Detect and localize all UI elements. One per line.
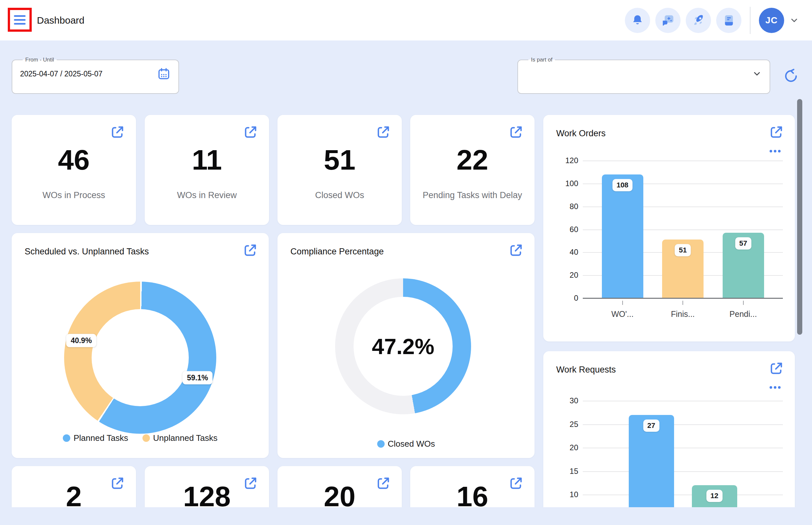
chart-legend: Closed WOs xyxy=(278,439,534,449)
external-link-icon[interactable] xyxy=(243,243,258,258)
y-tick-label: 0 xyxy=(574,294,578,303)
kpi-value: 22 xyxy=(410,146,534,174)
bar-value-badge: 57 xyxy=(735,237,751,250)
legend-dot xyxy=(377,440,385,448)
is-part-of-select[interactable]: Is part of xyxy=(517,57,770,94)
y-tick-label: 40 xyxy=(570,247,578,257)
scheduled-vs-unplanned-card: Scheduled vs. Unplanned Tasks 40.9% 59.1… xyxy=(12,233,269,458)
plot-area: 1085157 xyxy=(583,161,783,298)
launch-button[interactable] xyxy=(686,8,711,33)
kpi-card-pending-tasks-delay: 22 Pending Tasks with Delay xyxy=(410,115,534,225)
external-link-icon[interactable] xyxy=(376,125,391,139)
notebook-icon xyxy=(722,14,735,27)
x-category: Pendi... xyxy=(723,301,764,319)
top-bar: Dashboard JC xyxy=(0,0,812,41)
ai-chat-button[interactable] xyxy=(655,8,681,33)
y-tick-label: 10 xyxy=(570,490,578,499)
legend-item-planned[interactable]: Planned Tasks xyxy=(63,433,128,443)
legend-item-unplanned[interactable]: Unplanned Tasks xyxy=(143,433,218,443)
is-part-of-label: Is part of xyxy=(528,57,555,62)
bars: 2712 xyxy=(583,401,783,507)
bar-value-badge: 27 xyxy=(643,419,659,432)
bar[interactable]: 108 xyxy=(602,175,643,298)
x-axis-line xyxy=(583,298,783,299)
bar[interactable]: 12 xyxy=(692,485,737,507)
legend-dot xyxy=(63,434,70,442)
refresh-icon xyxy=(783,68,799,84)
tasks-donut-chart[interactable]: 40.9% 59.1% xyxy=(64,282,216,434)
user-avatar[interactable]: JC xyxy=(759,8,784,33)
y-tick-label: 80 xyxy=(570,202,578,211)
kpi-card-partial-1: 2 xyxy=(12,466,136,507)
viewport: Dashboard JC From - Until 2025-04-07 xyxy=(0,0,812,507)
work-requests-chart[interactable]: 302520151050 2712 xyxy=(543,351,795,507)
work-orders-card: Work Orders 120100806040200 1085157 WO'.… xyxy=(543,115,795,342)
refresh-button[interactable] xyxy=(778,63,803,89)
external-link-icon[interactable] xyxy=(508,476,523,491)
chart-legend: Planned Tasks Unplanned Tasks xyxy=(12,433,269,443)
x-category: Finis... xyxy=(662,301,704,319)
bell-icon xyxy=(631,14,644,27)
external-link-icon[interactable] xyxy=(110,476,125,491)
notifications-button[interactable] xyxy=(625,8,650,33)
legend-dot xyxy=(143,434,150,442)
bar[interactable]: 57 xyxy=(723,233,764,298)
header-actions: JC xyxy=(625,0,799,41)
docs-button[interactable] xyxy=(716,8,741,33)
slice-value-badge: 59.1% xyxy=(182,371,212,385)
bar[interactable]: 27 xyxy=(629,415,674,508)
x-category-label: Finis... xyxy=(671,310,695,319)
y-tick-label: 120 xyxy=(565,156,578,165)
calendar-icon[interactable] xyxy=(157,67,171,80)
account-menu-chevron[interactable] xyxy=(789,16,799,25)
external-link-icon[interactable] xyxy=(243,476,258,491)
legend-item-closed-wos[interactable]: Closed WOs xyxy=(377,439,435,449)
y-tick-label: 20 xyxy=(570,271,578,280)
compliance-percentage-card: Compliance Percentage 47.2% Closed WOs xyxy=(278,233,534,458)
card-title: Scheduled vs. Unplanned Tasks xyxy=(25,246,149,257)
kpi-card-wos-in-process: 46 WOs in Process xyxy=(12,115,136,225)
date-range-field[interactable]: From - Until 2025-04-07 / 2025-05-07 xyxy=(12,57,179,94)
external-link-icon[interactable] xyxy=(243,125,258,139)
chat-sparkles-icon xyxy=(662,14,675,27)
external-link-icon[interactable] xyxy=(508,243,523,258)
y-tick-label: 30 xyxy=(570,396,578,405)
legend-label: Closed WOs xyxy=(388,439,435,449)
kpi-card-partial-4: 16 xyxy=(410,466,534,507)
kpi-value: 46 xyxy=(12,146,136,174)
y-tick-label: 15 xyxy=(570,467,578,476)
rocket-icon xyxy=(692,14,705,27)
chevron-down-icon xyxy=(752,69,762,79)
legend-label: Planned Tasks xyxy=(74,433,128,443)
x-category-label: Pendi... xyxy=(729,310,757,319)
chevron-down-icon xyxy=(789,16,799,25)
page-title: Dashboard xyxy=(37,0,85,41)
bar[interactable]: 51 xyxy=(662,240,704,298)
kpi-label: WOs in Process xyxy=(12,190,136,200)
donut-hole: 47.2% xyxy=(354,297,453,396)
compliance-gauge-chart[interactable]: 47.2% xyxy=(335,279,471,414)
kpi-label: WOs in Review xyxy=(145,190,269,200)
donut-hole xyxy=(92,309,189,406)
slice-value-badge: 40.9% xyxy=(66,334,96,347)
kpi-value: 11 xyxy=(145,146,269,174)
work-orders-chart[interactable]: 120100806040200 1085157 WO'...Finis...Pe… xyxy=(543,115,795,342)
external-link-icon[interactable] xyxy=(508,125,523,139)
y-tick-label: 100 xyxy=(565,179,578,188)
x-axis-labels: WO'...Finis...Pendi... xyxy=(583,301,783,319)
hamburger-icon xyxy=(14,15,26,25)
y-tick-label: 25 xyxy=(570,420,578,429)
y-tick-label: 20 xyxy=(570,443,578,452)
bar-value-badge: 51 xyxy=(675,244,691,256)
bar-value-badge: 108 xyxy=(612,179,633,191)
hamburger-menu-button[interactable] xyxy=(8,8,32,32)
bar-value-badge: 12 xyxy=(706,490,722,502)
vertical-scrollbar-thumb[interactable] xyxy=(797,99,802,335)
date-range-label: From - Until xyxy=(23,57,57,62)
kpi-card-wos-in-review: 11 WOs in Review xyxy=(145,115,269,225)
external-link-icon[interactable] xyxy=(110,125,125,139)
x-category-label: WO'... xyxy=(611,310,634,319)
external-link-icon[interactable] xyxy=(376,476,391,491)
kpi-card-partial-2: 128 xyxy=(145,466,269,507)
kpi-card-closed-wos: 51 Closed WOs xyxy=(278,115,402,225)
